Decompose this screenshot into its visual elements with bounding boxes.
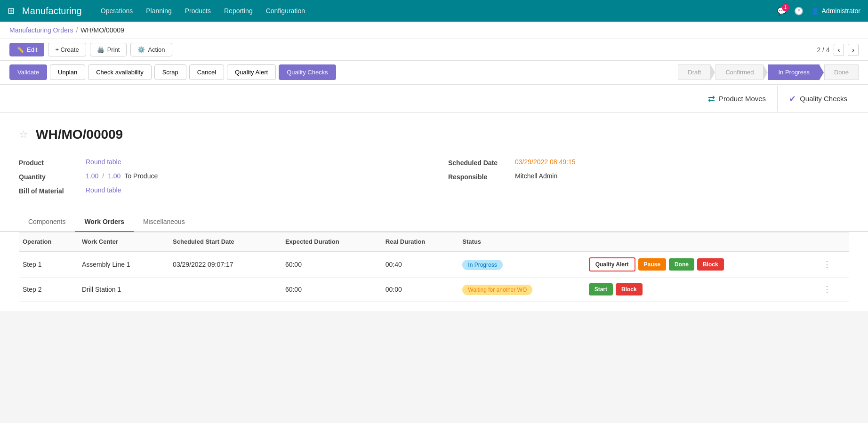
- quantity-label: Quantity: [19, 172, 80, 181]
- cancel-button[interactable]: Cancel: [189, 64, 224, 80]
- check-availability-button[interactable]: Check availability: [88, 64, 151, 80]
- form-header: ☆ WH/MO/00009: [19, 127, 849, 142]
- unplan-button[interactable]: Unplan: [50, 64, 85, 80]
- user-avatar-icon: 👤: [811, 7, 819, 15]
- cell-expected-duration: 60:00: [281, 278, 382, 302]
- tab-miscellaneous[interactable]: Miscellaneous: [134, 212, 194, 232]
- col-more: [817, 232, 849, 252]
- quality-checks-button[interactable]: Quality Checks: [279, 64, 336, 80]
- action-button[interactable]: ⚙️ Action: [130, 43, 172, 56]
- col-status: Status: [458, 232, 585, 252]
- col-work-center: Work Center: [78, 232, 169, 252]
- pipeline-in-progress[interactable]: In Progress: [768, 64, 819, 80]
- nav-planning[interactable]: Planning: [146, 7, 172, 15]
- cell-operation: Step 1: [19, 251, 78, 278]
- more-options-icon[interactable]: ⋮: [821, 283, 833, 296]
- product-moves-button[interactable]: ⇄ Product Moves: [697, 86, 777, 112]
- col-scheduled-start: Scheduled Start Date: [169, 232, 281, 252]
- nav-products[interactable]: Products: [185, 7, 211, 15]
- pagination: 2 / 4 ‹ ›: [817, 44, 859, 56]
- product-label: Product: [19, 158, 80, 167]
- cell-more[interactable]: ⋮: [817, 251, 849, 278]
- cell-actions: StartBlock: [585, 278, 817, 302]
- cell-status: Waiting for another WO: [458, 278, 585, 302]
- quality-alert-row-button[interactable]: Quality Alert: [589, 257, 635, 271]
- top-panel: ⇄ Product Moves ✔ Quality Checks: [0, 85, 868, 113]
- tab-components[interactable]: Components: [19, 212, 75, 232]
- nav-configuration[interactable]: Configuration: [266, 7, 305, 15]
- action-bar: ✏️ Edit + Create 🖨️ Print ⚙️ Action 2 / …: [0, 39, 868, 61]
- top-navigation: ⊞ Manufacturing Operations Planning Prod…: [0, 0, 868, 22]
- responsible-value[interactable]: Mitchell Admin: [515, 172, 557, 180]
- tab-work-orders[interactable]: Work Orders: [75, 212, 134, 232]
- quality-alert-button[interactable]: Quality Alert: [227, 64, 276, 80]
- apps-icon[interactable]: ⊞: [8, 6, 15, 16]
- cell-status: In Progress: [458, 251, 585, 278]
- col-actions: [585, 232, 817, 252]
- pause-button[interactable]: Pause: [638, 258, 666, 271]
- form-card: ☆ WH/MO/00009 Product Round table Quanti…: [0, 113, 868, 212]
- qty-current[interactable]: 1.00: [86, 172, 98, 180]
- next-page-button[interactable]: ›: [848, 44, 859, 56]
- favorite-star-icon[interactable]: ☆: [19, 128, 28, 141]
- work-orders-table-container: Operation Work Center Scheduled Start Da…: [0, 232, 868, 311]
- cell-real-duration: 00:40: [382, 251, 459, 278]
- nav-operations[interactable]: Operations: [101, 7, 133, 15]
- validate-button[interactable]: Validate: [9, 64, 47, 80]
- product-value[interactable]: Round table: [86, 158, 121, 166]
- col-expected-duration: Expected Duration: [281, 232, 382, 252]
- pipeline-draft[interactable]: Draft: [678, 64, 711, 80]
- edit-icon: ✏️: [16, 46, 24, 53]
- quantity-display: 1.00 / 1.00 To Produce: [86, 172, 158, 180]
- breadcrumb-separator: /: [76, 26, 78, 34]
- col-real-duration: Real Duration: [382, 232, 459, 252]
- table-header-row: Operation Work Center Scheduled Start Da…: [19, 232, 849, 252]
- breadcrumb-parent[interactable]: Manufacturing Orders: [9, 26, 73, 34]
- pipeline-confirmed[interactable]: Confirmed: [715, 64, 764, 80]
- scheduled-date-field: Scheduled Date 03/29/2022 08:49:15: [448, 155, 849, 169]
- user-name: Administrator: [822, 7, 860, 15]
- edit-button[interactable]: ✏️ Edit: [9, 43, 44, 56]
- more-options-icon[interactable]: ⋮: [821, 258, 833, 271]
- form-left-column: Product Round table Quantity 1.00 / 1.00…: [19, 155, 420, 198]
- status-action-bar: Validate Unplan Check availability Scrap…: [0, 61, 868, 85]
- cell-work-center: Drill Station 1: [78, 278, 169, 302]
- bom-value[interactable]: Round table: [86, 186, 121, 194]
- table-row[interactable]: Step 2 Drill Station 1 60:00 00:00 Waiti…: [19, 278, 849, 302]
- qty-total[interactable]: 1.00: [108, 172, 121, 180]
- cell-scheduled-start: 03/29/2022 09:07:17: [169, 251, 281, 278]
- nav-reporting[interactable]: Reporting: [224, 7, 253, 15]
- user-menu[interactable]: 👤 Administrator: [811, 7, 860, 15]
- responsible-label: Responsible: [448, 172, 509, 181]
- status-badge: Waiting for another WO: [462, 285, 532, 295]
- block-button[interactable]: Block: [697, 258, 724, 271]
- scheduled-date-value[interactable]: 03/29/2022 08:49:15: [515, 158, 575, 166]
- chat-icon[interactable]: 💬 1: [777, 7, 787, 16]
- table-row[interactable]: Step 1 Assembly Line 1 03/29/2022 09:07:…: [19, 251, 849, 278]
- responsible-field: Responsible Mitchell Admin: [448, 169, 849, 184]
- done-button[interactable]: Done: [669, 258, 694, 271]
- pipeline-done[interactable]: Done: [824, 64, 859, 80]
- clock-icon[interactable]: 🕐: [794, 7, 804, 16]
- product-moves-icon: ⇄: [708, 94, 715, 104]
- nav-right: 💬 1 🕐 👤 Administrator: [777, 7, 860, 16]
- cell-expected-duration: 60:00: [281, 251, 382, 278]
- content-area: ⇄ Product Moves ✔ Quality Checks ☆ WH/MO…: [0, 85, 868, 311]
- col-operation: Operation: [19, 232, 78, 252]
- prev-page-button[interactable]: ‹: [834, 44, 844, 56]
- start-button[interactable]: Start: [589, 283, 613, 295]
- cell-more[interactable]: ⋮: [817, 278, 849, 302]
- product-field: Product Round table: [19, 155, 420, 169]
- breadcrumb: Manufacturing Orders / WH/MO/00009: [0, 22, 868, 39]
- scrap-button[interactable]: Scrap: [154, 64, 186, 80]
- tabs-container: Components Work Orders Miscellaneous: [0, 212, 868, 232]
- cell-scheduled-start: [169, 278, 281, 302]
- app-title: Manufacturing: [22, 6, 82, 16]
- create-button[interactable]: + Create: [48, 43, 86, 56]
- block-button-2[interactable]: Block: [616, 283, 643, 295]
- quality-checks-panel-button[interactable]: ✔ Quality Checks: [777, 86, 859, 112]
- cell-actions: Quality AlertPauseDoneBlock: [585, 251, 817, 278]
- cell-real-duration: 00:00: [382, 278, 459, 302]
- status-pipeline: Draft Confirmed In Progress Done: [678, 64, 859, 80]
- print-button[interactable]: 🖨️ Print: [90, 43, 127, 56]
